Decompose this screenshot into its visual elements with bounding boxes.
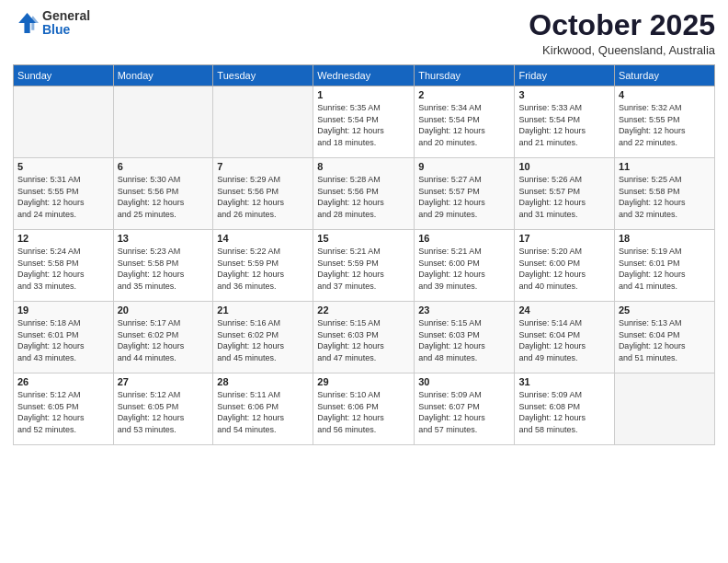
month-title: October 2025 bbox=[529, 9, 715, 41]
day-info-line: Sunrise: 5:29 AM bbox=[217, 174, 309, 186]
day-info-line: Sunrise: 5:20 AM bbox=[518, 246, 609, 258]
day-info-line: and 28 minutes. bbox=[317, 209, 410, 221]
day-info-line: and 31 minutes. bbox=[518, 209, 609, 221]
day-info-line: and 58 minutes. bbox=[518, 424, 609, 436]
day-number: 27 bbox=[118, 376, 210, 387]
header: General Blue October 2025 Kirkwood, Quee… bbox=[13, 9, 715, 57]
day-info-line: Sunset: 6:00 PM bbox=[418, 258, 510, 270]
calendar-cell: 22Sunrise: 5:15 AMSunset: 6:03 PMDayligh… bbox=[313, 302, 415, 373]
day-info-line: and 51 minutes. bbox=[619, 352, 711, 364]
day-info-line: Sunset: 5:58 PM bbox=[17, 258, 109, 270]
day-info-line: Sunrise: 5:11 AM bbox=[217, 389, 309, 401]
day-info-line: Sunrise: 5:33 AM bbox=[518, 102, 609, 114]
day-info-line: Sunrise: 5:15 AM bbox=[317, 317, 410, 329]
day-info-line: and 48 minutes. bbox=[418, 352, 510, 364]
calendar-row-3: 19Sunrise: 5:18 AMSunset: 6:01 PMDayligh… bbox=[14, 302, 715, 373]
day-info-line: Sunset: 5:59 PM bbox=[317, 258, 410, 270]
day-number: 2 bbox=[418, 89, 510, 100]
day-info-line: and 36 minutes. bbox=[217, 281, 309, 293]
day-info-line: and 43 minutes. bbox=[17, 352, 109, 364]
day-info-line: Daylight: 12 hours bbox=[619, 340, 711, 352]
day-info-line: Sunset: 6:06 PM bbox=[317, 401, 410, 413]
day-info-line: Sunrise: 5:35 AM bbox=[317, 102, 410, 114]
day-number: 23 bbox=[418, 304, 510, 316]
day-number: 30 bbox=[418, 376, 510, 387]
day-info-line: Sunset: 6:05 PM bbox=[17, 401, 109, 413]
day-info-line: Sunrise: 5:15 AM bbox=[418, 317, 510, 329]
day-info-line: Sunset: 6:01 PM bbox=[17, 329, 109, 341]
day-info-line: Daylight: 12 hours bbox=[619, 125, 711, 137]
day-info-line: Sunset: 5:54 PM bbox=[518, 114, 609, 126]
day-info-line: Sunrise: 5:26 AM bbox=[518, 174, 609, 186]
day-info-line: Sunset: 6:05 PM bbox=[118, 401, 210, 413]
day-info-line: Daylight: 12 hours bbox=[317, 412, 410, 424]
day-info-line: Daylight: 12 hours bbox=[17, 412, 109, 424]
day-info-line: and 40 minutes. bbox=[518, 281, 609, 293]
day-info-line: and 25 minutes. bbox=[118, 209, 210, 221]
day-number: 12 bbox=[17, 233, 109, 244]
day-info-line: Sunrise: 5:31 AM bbox=[17, 174, 109, 186]
day-info-line: Sunrise: 5:32 AM bbox=[619, 102, 711, 114]
day-info-line: Sunset: 6:04 PM bbox=[518, 329, 609, 341]
day-info-line: Sunset: 5:57 PM bbox=[518, 186, 609, 198]
calendar-cell: 31Sunrise: 5:09 AMSunset: 6:08 PMDayligh… bbox=[515, 373, 614, 445]
calendar-cell: 24Sunrise: 5:14 AMSunset: 6:04 PMDayligh… bbox=[515, 302, 614, 373]
day-info-line: and 56 minutes. bbox=[317, 424, 410, 436]
day-info-line: Daylight: 12 hours bbox=[217, 197, 309, 209]
calendar-cell: 3Sunrise: 5:33 AMSunset: 5:54 PMDaylight… bbox=[515, 86, 614, 158]
calendar-cell: 23Sunrise: 5:15 AMSunset: 6:03 PMDayligh… bbox=[415, 302, 515, 373]
day-info-line: and 26 minutes. bbox=[217, 209, 309, 221]
day-info-line: and 44 minutes. bbox=[118, 352, 210, 364]
day-info-line: Daylight: 12 hours bbox=[418, 412, 510, 424]
day-info-line: Sunset: 5:58 PM bbox=[619, 186, 711, 198]
day-info-line: Sunset: 5:55 PM bbox=[619, 114, 711, 126]
day-info-line: Sunrise: 5:19 AM bbox=[619, 246, 711, 258]
day-info-line: Daylight: 12 hours bbox=[317, 197, 410, 209]
calendar-cell: 13Sunrise: 5:23 AMSunset: 5:58 PMDayligh… bbox=[113, 230, 213, 302]
day-info-line: Sunrise: 5:28 AM bbox=[317, 174, 410, 186]
day-info-line: Daylight: 12 hours bbox=[518, 412, 609, 424]
day-info-line: Sunrise: 5:12 AM bbox=[118, 389, 210, 401]
day-info-line: and 35 minutes. bbox=[118, 281, 210, 293]
calendar-row-1: 5Sunrise: 5:31 AMSunset: 5:55 PMDaylight… bbox=[14, 158, 715, 230]
logo-icon bbox=[13, 10, 39, 36]
header-saturday: Saturday bbox=[614, 65, 714, 86]
day-number: 14 bbox=[217, 233, 309, 244]
day-info-line: Sunset: 6:02 PM bbox=[118, 329, 210, 341]
calendar-cell bbox=[614, 373, 714, 445]
calendar-row-4: 26Sunrise: 5:12 AMSunset: 6:05 PMDayligh… bbox=[14, 373, 715, 445]
day-info-line: Sunset: 6:07 PM bbox=[418, 401, 510, 413]
day-info-line: Sunrise: 5:13 AM bbox=[619, 317, 711, 329]
day-info-line: Sunrise: 5:16 AM bbox=[217, 317, 309, 329]
day-info-line: Daylight: 12 hours bbox=[217, 340, 309, 352]
day-info-line: and 53 minutes. bbox=[118, 424, 210, 436]
day-number: 13 bbox=[118, 233, 210, 244]
day-info-line: Daylight: 12 hours bbox=[317, 340, 410, 352]
day-info-line: Sunset: 5:57 PM bbox=[418, 186, 510, 198]
calendar-cell: 14Sunrise: 5:22 AMSunset: 5:59 PMDayligh… bbox=[213, 230, 313, 302]
day-info-line: Daylight: 12 hours bbox=[317, 125, 410, 137]
day-info-line: Sunrise: 5:09 AM bbox=[518, 389, 609, 401]
calendar: Sunday Monday Tuesday Wednesday Thursday… bbox=[13, 64, 715, 445]
weekday-header-row: Sunday Monday Tuesday Wednesday Thursday… bbox=[14, 65, 715, 86]
calendar-cell: 11Sunrise: 5:25 AMSunset: 5:58 PMDayligh… bbox=[614, 158, 714, 230]
day-number: 26 bbox=[17, 376, 109, 387]
day-number: 3 bbox=[518, 89, 609, 100]
day-info-line: Sunset: 5:59 PM bbox=[217, 258, 309, 270]
calendar-row-2: 12Sunrise: 5:24 AMSunset: 5:58 PMDayligh… bbox=[14, 230, 715, 302]
day-info-line: Daylight: 12 hours bbox=[118, 412, 210, 424]
day-info-line: Daylight: 12 hours bbox=[118, 269, 210, 281]
day-info-line: Daylight: 12 hours bbox=[518, 197, 609, 209]
day-info-line: Daylight: 12 hours bbox=[619, 197, 711, 209]
day-info-line: Daylight: 12 hours bbox=[518, 340, 609, 352]
day-info-line: Sunset: 6:00 PM bbox=[518, 258, 609, 270]
day-info-line: Daylight: 12 hours bbox=[17, 269, 109, 281]
day-number: 18 bbox=[619, 233, 711, 244]
day-info-line: Sunrise: 5:10 AM bbox=[317, 389, 410, 401]
day-info-line: Sunset: 5:56 PM bbox=[317, 186, 410, 198]
day-info-line: and 33 minutes. bbox=[17, 281, 109, 293]
calendar-cell bbox=[14, 86, 114, 158]
day-info-line: Daylight: 12 hours bbox=[317, 269, 410, 281]
day-info-line: Daylight: 12 hours bbox=[118, 197, 210, 209]
day-info-line: Sunset: 5:54 PM bbox=[418, 114, 510, 126]
